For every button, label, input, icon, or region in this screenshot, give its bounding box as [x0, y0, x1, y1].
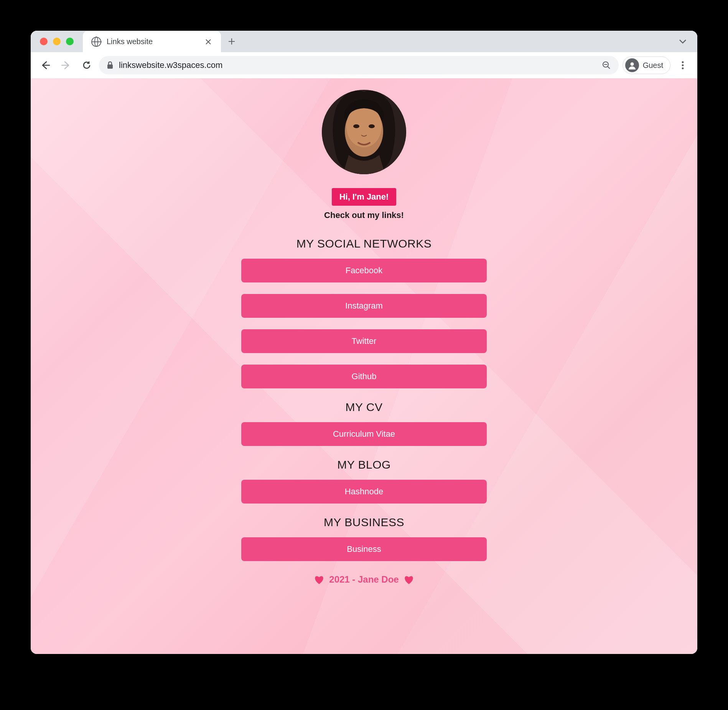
svg-point-11 [369, 124, 375, 128]
section-title-cv: MY CV [241, 401, 487, 414]
lock-icon [107, 61, 114, 69]
link-twitter[interactable]: Twitter [241, 329, 487, 353]
link-cv[interactable]: Curriculum Vitae [241, 422, 487, 446]
link-facebook[interactable]: Facebook [241, 259, 487, 282]
window-controls [40, 38, 74, 45]
profile-label: Guest [643, 61, 663, 70]
subtitle-text: Check out my links! [241, 210, 487, 220]
svg-point-4 [682, 64, 684, 66]
profile-chip[interactable]: Guest [623, 56, 670, 74]
page-content: Hi, I'm Jane! Check out my links! MY SOC… [31, 78, 697, 654]
browser-toolbar: linkswebsite.w3spaces.com Guest [31, 52, 697, 78]
heart-icon [404, 575, 414, 585]
link-instagram[interactable]: Instagram [241, 294, 487, 318]
url-text: linkswebsite.w3spaces.com [119, 60, 596, 70]
avatar-icon [625, 58, 639, 72]
address-bar[interactable]: linkswebsite.w3spaces.com [99, 56, 619, 74]
reload-button[interactable] [78, 57, 95, 74]
link-hashnode[interactable]: Hashnode [241, 480, 487, 504]
profile-avatar [322, 90, 406, 174]
browser-tab[interactable]: Links website [83, 31, 221, 53]
close-window-button[interactable] [40, 38, 48, 45]
greeting-badge: Hi, I'm Jane! [332, 188, 397, 206]
minimize-window-button[interactable] [53, 38, 61, 45]
new-tab-button[interactable] [221, 38, 242, 45]
back-button[interactable] [37, 57, 54, 74]
heart-icon [314, 575, 324, 585]
footer-text: 2021 - Jane Doe [329, 574, 399, 585]
tab-bar: Links website [31, 31, 697, 52]
tabs-dropdown-button[interactable] [675, 39, 690, 44]
svg-rect-0 [107, 64, 113, 69]
forward-button[interactable] [58, 57, 74, 74]
section-title-business: MY BUSINESS [241, 516, 487, 529]
tab-title: Links website [107, 37, 199, 46]
zoom-icon[interactable] [602, 61, 611, 70]
browser-window: Links website [31, 31, 697, 654]
browser-chrome: Links website [31, 31, 697, 78]
section-title-social: MY SOCIAL NETWORKS [241, 237, 487, 250]
close-tab-button[interactable] [205, 38, 214, 45]
link-business[interactable]: Business [241, 537, 487, 561]
section-title-blog: MY BLOG [241, 458, 487, 471]
globe-icon [91, 37, 101, 47]
svg-point-10 [353, 124, 359, 128]
footer: 2021 - Jane Doe [241, 574, 487, 585]
link-github[interactable]: Github [241, 365, 487, 388]
more-menu-button[interactable] [674, 57, 691, 74]
svg-point-2 [630, 63, 634, 66]
svg-point-3 [682, 61, 684, 63]
svg-point-5 [682, 68, 684, 69]
maximize-window-button[interactable] [66, 38, 74, 45]
